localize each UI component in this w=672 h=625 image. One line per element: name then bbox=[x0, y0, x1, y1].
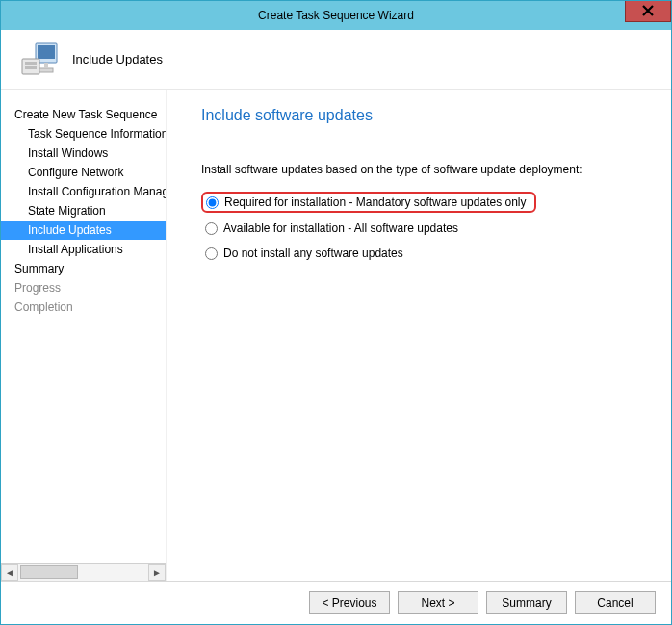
scroll-right-icon[interactable]: ► bbox=[148, 564, 166, 581]
sidebar-scrollbar[interactable]: ◄ ► bbox=[1, 563, 166, 581]
computer-icon bbox=[20, 39, 61, 80]
close-icon bbox=[642, 4, 654, 19]
update-options-group: Required for installation - Mandatory so… bbox=[201, 192, 652, 269]
main-instruction: Install software updates based on the ty… bbox=[201, 163, 652, 176]
titlebar: Create Task Sequence Wizard bbox=[1, 1, 671, 30]
radio-option[interactable]: Required for installation - Mandatory so… bbox=[201, 192, 536, 213]
nav-list: Create New Task SequenceTask Sequence In… bbox=[1, 90, 166, 563]
nav-item[interactable]: Task Sequence Information bbox=[1, 124, 166, 143]
radio-input[interactable] bbox=[206, 196, 219, 209]
header-label: Include Updates bbox=[72, 52, 163, 66]
nav-item[interactable]: Summary bbox=[1, 259, 166, 278]
wizard-body: Create New Task SequenceTask Sequence In… bbox=[1, 90, 671, 581]
nav-item[interactable]: Create New Task Sequence bbox=[1, 105, 166, 124]
sidebar: Create New Task SequenceTask Sequence In… bbox=[1, 90, 167, 581]
radio-input[interactable] bbox=[205, 222, 218, 235]
scroll-track[interactable] bbox=[18, 564, 148, 581]
nav-item[interactable]: Configure Network bbox=[1, 163, 166, 182]
nav-item[interactable]: State Migration bbox=[1, 201, 166, 221]
nav-item[interactable]: Install Applications bbox=[1, 240, 166, 259]
previous-button[interactable]: < Previous bbox=[309, 591, 390, 614]
nav-item: Progress bbox=[1, 278, 166, 298]
window-title: Create Task Sequence Wizard bbox=[1, 9, 671, 22]
svg-rect-1 bbox=[38, 45, 55, 59]
svg-rect-6 bbox=[44, 63, 48, 68]
summary-button[interactable]: Summary bbox=[486, 591, 567, 614]
footer: < Previous Next > Summary Cancel bbox=[1, 581, 671, 624]
radio-label: Do not install any software updates bbox=[223, 247, 403, 260]
nav-item: Completion bbox=[1, 298, 166, 317]
radio-label: Available for installation - All softwar… bbox=[223, 221, 458, 235]
next-button[interactable]: Next > bbox=[398, 591, 478, 614]
header-strip: Include Updates bbox=[1, 30, 671, 90]
main-heading: Include software updates bbox=[201, 107, 652, 124]
radio-label: Required for installation - Mandatory so… bbox=[224, 195, 527, 209]
nav-item[interactable]: Install Windows bbox=[1, 143, 166, 163]
radio-option[interactable]: Available for installation - All softwar… bbox=[201, 219, 652, 238]
wizard-window: Create Task Sequence Wizard Include Upda… bbox=[0, 0, 672, 625]
scroll-left-icon[interactable]: ◄ bbox=[1, 564, 18, 581]
svg-rect-3 bbox=[25, 62, 37, 65]
nav-item[interactable]: Install Configuration Manager bbox=[1, 182, 166, 201]
cancel-button[interactable]: Cancel bbox=[575, 591, 656, 614]
svg-rect-4 bbox=[25, 66, 37, 69]
svg-rect-5 bbox=[39, 68, 53, 72]
radio-input[interactable] bbox=[205, 247, 218, 260]
radio-option[interactable]: Do not install any software updates bbox=[201, 244, 652, 263]
close-button[interactable] bbox=[625, 1, 671, 22]
nav-item[interactable]: Include Updates bbox=[1, 221, 166, 240]
main-panel: Include software updates Install softwar… bbox=[167, 90, 671, 581]
scroll-thumb[interactable] bbox=[20, 565, 78, 579]
